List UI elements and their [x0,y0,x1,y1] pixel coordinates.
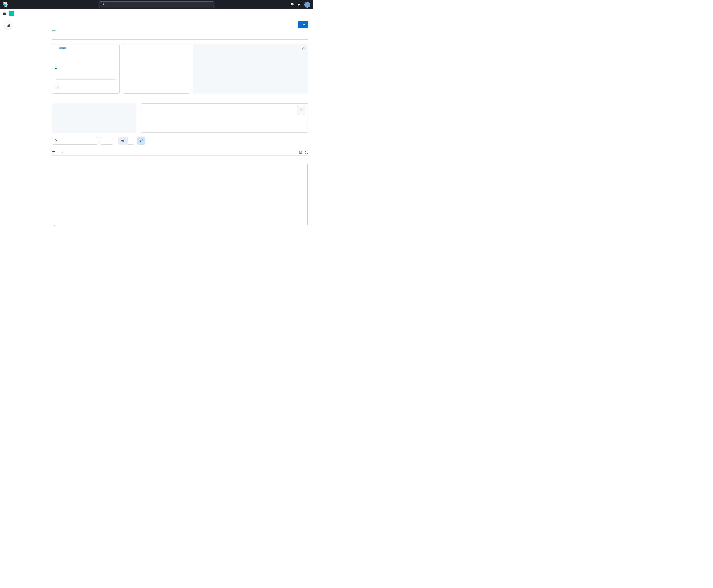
bell-icon [56,85,59,89]
run-durations-chart [145,110,305,122]
recent-run-durations-panel [141,103,308,132]
time-range-button[interactable] [128,137,134,145]
execution-log-table [52,155,308,222]
last-response-status [56,68,116,69]
elastic-logo-icon [3,1,8,8]
user-avatar[interactable] [305,2,310,7]
help-icon[interactable] [290,3,294,6]
display-options-icon[interactable] [299,151,302,154]
alert-history-chart [126,54,187,64]
global-header [0,0,313,9]
chevron-down-icon [54,225,55,226]
global-search-input[interactable] [99,1,214,8]
edit-pencil-icon[interactable] [301,47,305,51]
enabled-dropdown[interactable] [60,47,66,49]
notify-row [56,83,116,89]
response-filter-button[interactable] [100,137,113,145]
elastic-logo[interactable] [3,1,10,8]
definition-panel [193,44,308,93]
sidebar [0,18,47,258]
refresh-button[interactable] [137,137,145,145]
rule-status-panel [52,44,120,93]
chevron-down-icon [124,140,126,141]
observability-app-icon [5,22,12,29]
main-content [47,18,313,258]
average-duration-panel [52,103,136,132]
chevron-down-icon [63,47,64,49]
columns-hidden-button[interactable] [52,151,57,154]
chevron-down-icon [109,140,110,141]
space-badge[interactable] [9,11,14,16]
status-dot-icon [56,68,57,69]
rows-per-page-select[interactable] [52,225,55,226]
chevron-down-icon [303,24,305,25]
fullscreen-icon[interactable] [305,151,308,154]
calendar-dropdown-button[interactable] [118,137,128,145]
sort-fields-button[interactable] [61,151,65,154]
response-count-badge [105,141,108,141]
breadcrumb-bar [0,9,313,18]
date-picker [118,137,134,145]
actions-button[interactable] [298,21,308,28]
event-log-search-input[interactable] [52,137,98,145]
menu-icon[interactable] [3,12,6,15]
table-scrollbar[interactable] [307,164,308,225]
newsfeed-icon[interactable] [297,3,301,6]
alerts-summary-panel [123,44,190,93]
search-icon [101,3,104,6]
divider [52,39,308,40]
search-icon [55,139,58,143]
status-badge [52,30,56,31]
